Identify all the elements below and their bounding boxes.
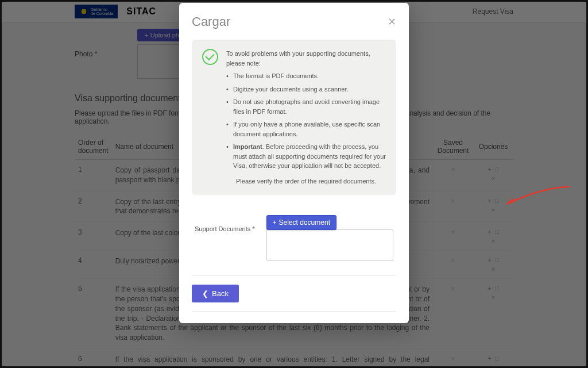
- chevron-left-icon: ❮: [202, 289, 208, 298]
- plus-icon: +: [273, 218, 277, 227]
- note-intro: To avoid problems with your supporting d…: [226, 49, 386, 68]
- note-bullet: The format is PDF documents.: [226, 71, 386, 81]
- note-bullet: Do not use photographs and avoid convert…: [226, 97, 386, 116]
- back-button[interactable]: ❮ Back: [192, 285, 239, 302]
- note-bullet: If you only have a phone available, use …: [226, 120, 386, 139]
- select-document-button[interactable]: +Select document: [266, 215, 336, 230]
- drop-zone[interactable]: [266, 229, 393, 261]
- note-bullet: Important. Before proceeding with the pr…: [226, 142, 386, 171]
- close-icon[interactable]: ✕: [388, 16, 396, 28]
- note-bullet: Digitize your documents using a scanner.: [226, 85, 386, 94]
- upload-modal: Cargar ✕ To avoid problems with your sup…: [179, 3, 409, 323]
- check-icon: [202, 49, 218, 65]
- verify-text: Please verify the order of the required …: [226, 177, 386, 186]
- modal-title: Cargar: [192, 14, 230, 29]
- support-docs-label: Support Documents *: [195, 215, 255, 232]
- info-box: To avoid problems with your supporting d…: [192, 40, 396, 195]
